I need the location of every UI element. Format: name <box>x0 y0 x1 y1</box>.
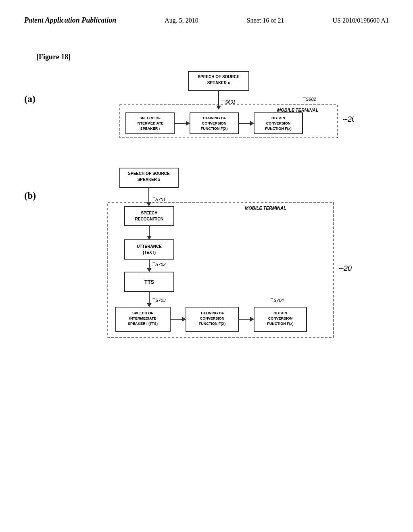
svg-text:FUNCTION F(X): FUNCTION F(X) <box>199 322 226 326</box>
patent-number: US 2010/0198600 A1 <box>332 17 389 24</box>
svg-marker-30 <box>146 202 151 206</box>
svg-text:FUNCTION F(x): FUNCTION F(x) <box>267 322 294 326</box>
svg-text:SPEECH OF SOURCE: SPEECH OF SOURCE <box>198 75 240 79</box>
svg-text:INTERMEDIATE: INTERMEDIATE <box>137 121 164 125</box>
svg-text:SPEECH OF: SPEECH OF <box>132 311 154 315</box>
svg-text:∼20: ∼20 <box>338 264 352 272</box>
svg-marker-20 <box>250 121 254 126</box>
svg-text:TRAINING OF: TRAINING OF <box>200 311 224 315</box>
svg-text:INTERMEDIATE: INTERMEDIATE <box>129 316 156 320</box>
publication-date: Aug. 5, 2010 <box>165 17 198 24</box>
svg-text:FUNCTION F(x): FUNCTION F(x) <box>265 127 292 131</box>
svg-text:CONVERSION: CONVERSION <box>200 316 225 320</box>
svg-text:(TEXT): (TEXT) <box>143 250 156 255</box>
header: Patent Application Publication Aug. 5, 2… <box>24 16 389 29</box>
svg-marker-56 <box>182 317 186 322</box>
sub-label-a: (a) <box>24 94 48 104</box>
diagram-b-section: (b) SPEECH OF SOURCE SPEAKER x ⌒S701 MOB… <box>24 166 389 339</box>
svg-text:MOBILE TERMINAL: MOBILE TERMINAL <box>245 206 286 210</box>
svg-text:SPEECH OF: SPEECH OF <box>140 116 161 120</box>
svg-text:SPEECH: SPEECH <box>141 211 157 215</box>
svg-text:∼20: ∼20 <box>342 115 354 123</box>
svg-text:⌒S702: ⌒S702 <box>151 262 166 267</box>
page: Patent Application Publication Aug. 5, 2… <box>0 0 413 532</box>
svg-text:CONVERSION: CONVERSION <box>202 121 227 125</box>
svg-text:TRAINING OF: TRAINING OF <box>202 116 226 120</box>
svg-text:OBTAIN: OBTAIN <box>273 311 287 315</box>
svg-marker-48 <box>147 303 152 307</box>
svg-text:CONVERSION: CONVERSION <box>268 316 293 320</box>
svg-marker-38 <box>147 236 152 240</box>
svg-text:⌒S704: ⌒S704 <box>269 298 284 303</box>
svg-text:FUNCTION F(X): FUNCTION F(X) <box>201 127 228 131</box>
svg-marker-62 <box>250 317 254 322</box>
svg-text:⌒S602: ⌒S602 <box>301 97 316 102</box>
publication-title: Patent Application Publication <box>24 16 116 25</box>
svg-text:CONVERSION: CONVERSION <box>266 121 291 125</box>
svg-rect-39 <box>125 240 174 259</box>
figure-label: [Figure 18] <box>36 53 389 61</box>
svg-marker-4 <box>216 106 221 110</box>
svg-text:OBTAIN: OBTAIN <box>271 116 285 120</box>
sheet-info: Sheet 16 of 21 <box>247 17 284 24</box>
diagram-a-section: (a) SPEECH OF SOURCE SPEAKER x ⌒S601 ⌒S6… <box>24 69 389 142</box>
svg-text:SPEAKER i: SPEAKER i <box>140 127 160 131</box>
svg-text:RECOGNITION: RECOGNITION <box>135 217 164 221</box>
sub-label-b: (b) <box>24 190 48 201</box>
svg-text:⌒S601: ⌒S601 <box>221 100 236 104</box>
svg-text:⌒S703: ⌒S703 <box>151 298 166 303</box>
svg-text:SPEECH OF SOURCE: SPEECH OF SOURCE <box>128 171 170 176</box>
svg-text:UTTERANCE: UTTERANCE <box>137 244 162 249</box>
svg-text:⌒S701: ⌒S701 <box>151 197 166 202</box>
svg-text:MOBILE TERMINAL: MOBILE TERMINAL <box>277 108 319 112</box>
svg-rect-34 <box>125 206 174 226</box>
svg-text:TTS: TTS <box>144 279 154 285</box>
svg-text:SPEAKER x: SPEAKER x <box>207 81 230 85</box>
svg-text:SPEAKER i (TTS): SPEAKER i (TTS) <box>128 322 158 326</box>
svg-marker-14 <box>186 121 190 126</box>
svg-marker-44 <box>147 268 152 272</box>
svg-text:SPEAKER x: SPEAKER x <box>138 177 161 182</box>
diagram-b-svg: SPEECH OF SOURCE SPEAKER x ⌒S701 MOBILE … <box>96 166 354 339</box>
diagram-a-svg: SPEECH OF SOURCE SPEAKER x ⌒S601 ⌒S602 M… <box>96 69 354 142</box>
